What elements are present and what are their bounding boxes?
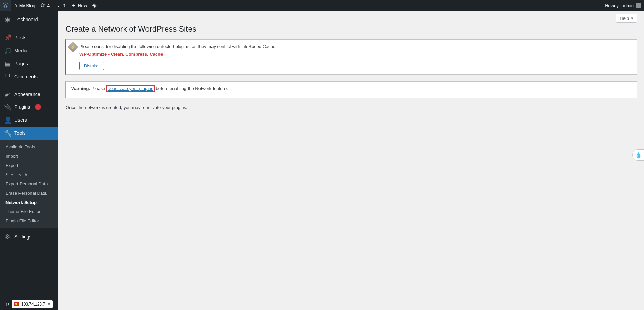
comments-count: 0: [63, 3, 65, 8]
admin-bar-left: ⓦ ⌂My Blog ⟳4 🗨0 ＋New ◈: [0, 0, 99, 11]
droplet-icon: 💧: [635, 152, 642, 158]
submenu-export-personal-data[interactable]: Export Personal Data: [0, 179, 58, 189]
page-title: Create a Network of WordPress Sites: [66, 25, 637, 34]
menu-comments[interactable]: 🗨Comments: [0, 70, 58, 83]
reactivate-note: Once the network is created, you may rea…: [66, 105, 636, 110]
page-icon: ▤: [4, 60, 11, 67]
chevron-down-icon: ▾: [631, 16, 633, 21]
loading-icon: ◔: [3, 300, 12, 308]
warning-label: Warning:: [71, 86, 90, 91]
dismiss-button[interactable]: Dismiss: [79, 62, 104, 70]
submenu-erase-personal-data[interactable]: Erase Personal Data: [0, 189, 58, 198]
warning-before: Please: [90, 86, 106, 91]
menu-dashboard-label: Dashboard: [14, 17, 38, 22]
litespeed-menu[interactable]: ◈: [90, 0, 99, 11]
admin-menu-bottom: ⚙Settings: [0, 228, 58, 243]
menu-settings-label: Settings: [14, 234, 32, 240]
litespeed-conflict-notice: ⚡ Please consider disabling the followin…: [65, 39, 637, 75]
ip-address: 103.74.123.7: [21, 302, 45, 307]
menu-plugins-label: Plugins: [14, 104, 30, 110]
menu-users[interactable]: 👤Users: [0, 114, 58, 127]
menu-comments-label: Comments: [14, 74, 38, 79]
site-name-menu[interactable]: ⌂My Blog: [11, 0, 38, 11]
brush-icon: 🖌: [4, 91, 11, 98]
menu-pages[interactable]: ▤Pages: [0, 57, 58, 70]
home-icon: ⌂: [14, 3, 17, 8]
submenu-plugin-file-editor[interactable]: Plugin File Editor: [0, 216, 58, 225]
deactivate-plugins-warning: Warning: Please deactivate your plugins …: [65, 81, 637, 98]
howdy-prefix: Howdy,: [605, 3, 619, 8]
new-content-menu[interactable]: ＋New: [68, 0, 90, 11]
media-icon: 🎵: [4, 47, 11, 54]
wp-logo-menu[interactable]: ⓦ: [0, 0, 11, 11]
new-label: New: [78, 3, 87, 8]
admin-bar-right: Howdy, admin: [602, 0, 644, 11]
plug-icon: 🔌: [4, 103, 11, 111]
menu-tools[interactable]: 🔧Tools: [0, 127, 58, 140]
updates-count: 4: [47, 3, 50, 8]
help-tab[interactable]: Help ▾: [616, 14, 637, 23]
menu-tools-label: Tools: [14, 130, 26, 136]
dashboard-icon: ◉: [4, 16, 11, 23]
updates-menu[interactable]: ⟳4: [38, 0, 52, 11]
bolt-icon: ⚡: [67, 41, 78, 52]
plus-icon: ＋: [70, 3, 76, 8]
close-icon[interactable]: ✕: [47, 302, 51, 307]
submenu-theme-file-editor[interactable]: Theme File Editor: [0, 207, 58, 216]
admin-sidebar: ◉Dashboard 📌Posts 🎵Media ▤Pages 🗨Comment…: [0, 11, 58, 310]
menu-media[interactable]: 🎵Media: [0, 44, 58, 57]
comments-icon: 🗨: [4, 73, 11, 80]
update-icon: ⟳: [41, 3, 45, 8]
avatar: [636, 3, 641, 8]
screen-meta: Help ▾: [65, 14, 637, 23]
menu-plugins[interactable]: 🔌Plugins1: [0, 101, 58, 114]
admin-menu: ◉Dashboard 📌Posts 🎵Media ▤Pages 🗨Comment…: [0, 11, 58, 140]
plugins-update-badge: 1: [35, 104, 41, 110]
menu-users-label: Users: [14, 117, 27, 123]
warning-text: Warning: Please deactivate your plugins …: [71, 86, 632, 91]
menu-posts-label: Posts: [14, 35, 26, 40]
admin-bar: ⓦ ⌂My Blog ⟳4 🗨0 ＋New ◈ Howdy, admin: [0, 0, 644, 11]
submenu-export[interactable]: Export: [0, 161, 58, 170]
menu-appearance[interactable]: 🖌Appearance: [0, 88, 58, 101]
user-name: admin: [622, 3, 634, 8]
menu-separator: [0, 85, 58, 86]
highlight-box: deactivate your plugins: [106, 85, 155, 92]
help-tab-label: Help: [620, 16, 629, 21]
comments-menu[interactable]: 🗨0: [52, 0, 68, 11]
wrench-icon: 🔧: [4, 129, 11, 137]
submenu-site-health[interactable]: Site Health: [0, 170, 58, 179]
site-name-label: My Blog: [19, 3, 35, 8]
submenu-network-setup[interactable]: Network Setup: [0, 198, 58, 207]
menu-separator: [0, 28, 58, 29]
settings-icon: ⚙: [4, 233, 11, 241]
conflict-plugin-name: WP-Optimize - Clean, Compress, Cache: [79, 52, 632, 57]
user-icon: 👤: [4, 116, 11, 124]
flag-vietnam-icon: [14, 302, 19, 306]
litespeed-notice-icon: ⚡: [69, 43, 77, 51]
menu-media-label: Media: [14, 48, 27, 53]
submenu-available-tools[interactable]: Available Tools: [0, 142, 58, 152]
menu-settings[interactable]: ⚙Settings: [0, 230, 58, 243]
menu-posts[interactable]: 📌Posts: [0, 31, 58, 44]
pin-icon: 📌: [4, 34, 11, 41]
menu-appearance-label: Appearance: [14, 92, 40, 97]
litespeed-float-button[interactable]: 💧: [632, 149, 644, 161]
menu-pages-label: Pages: [14, 61, 28, 66]
content-area: Help ▾ Create a Network of WordPress Sit…: [58, 11, 644, 310]
menu-tools-item: 🔧Tools: [0, 127, 58, 140]
warning-after: before enabling the Network feature.: [155, 86, 228, 91]
litespeed-notice-text: Please consider disabling the following …: [79, 44, 632, 49]
deactivate-plugins-link[interactable]: deactivate your plugins: [108, 86, 153, 91]
submenu-import[interactable]: Import: [0, 152, 58, 161]
menu-dashboard[interactable]: ◉Dashboard: [0, 13, 58, 26]
wordpress-icon: ⓦ: [3, 3, 8, 8]
comment-icon: 🗨: [55, 3, 61, 8]
my-account-menu[interactable]: Howdy, admin: [602, 0, 644, 11]
litespeed-icon: ◈: [92, 3, 96, 8]
ip-indicator: ◔ 103.74.123.7 ✕: [3, 300, 53, 308]
tools-submenu: Available Tools Import Export Site Healt…: [0, 140, 58, 228]
